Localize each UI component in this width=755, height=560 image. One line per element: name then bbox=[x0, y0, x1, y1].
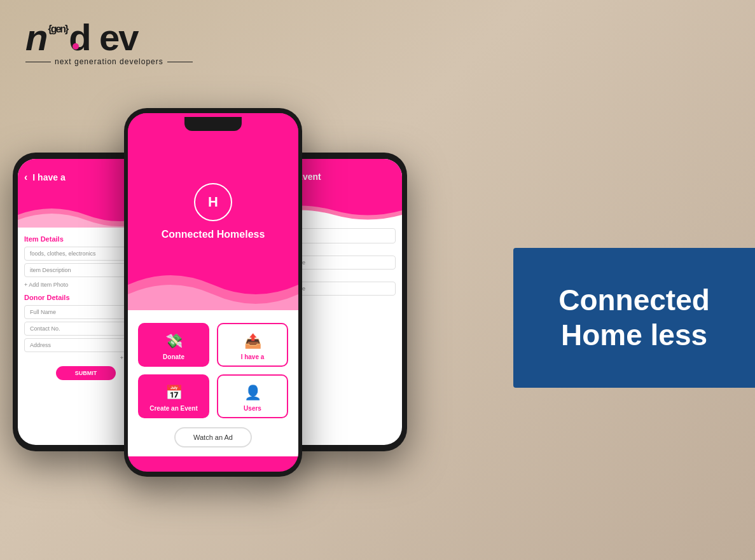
send-icon: 📤 bbox=[244, 333, 261, 350]
logo-gen: {gen} bbox=[48, 24, 67, 34]
center-bottom: 💸 Donate 📤 I have a 📅 Create an Event bbox=[128, 310, 298, 456]
create-event-label: Create an Event bbox=[149, 405, 198, 412]
donate-icon: 💸 bbox=[165, 333, 183, 350]
logo: n {gen} d ev bbox=[25, 19, 137, 56]
menu-item-ihavea[interactable]: 📤 I have a bbox=[217, 323, 288, 367]
app-name-label: Connected Homeless bbox=[162, 229, 265, 240]
logo-area: n {gen} d ev next generation developers bbox=[25, 19, 193, 66]
app-logo-circle: H bbox=[194, 183, 232, 221]
center-top: H Connected Homeless bbox=[128, 113, 298, 310]
phone-center-screen: H Connected Homeless 💸 Donate 📤 bbox=[128, 113, 298, 472]
back-icon[interactable]: ‹ bbox=[24, 172, 27, 183]
logo-n: n bbox=[25, 19, 46, 56]
center-screen-content: H Connected Homeless 💸 Donate 📤 bbox=[128, 113, 298, 472]
phone-center: H Connected Homeless 💸 Donate 📤 bbox=[124, 108, 302, 477]
logo-tagline: next generation developers bbox=[25, 57, 193, 66]
left-header-title: I have a bbox=[32, 172, 65, 182]
calendar-icon: 📅 bbox=[165, 385, 183, 401]
donate-label: Donate bbox=[163, 353, 184, 360]
watch-ad-button[interactable]: Watch an Ad bbox=[174, 427, 252, 447]
phones-area: ‹ I have a Item Details foods, clothes, … bbox=[13, 108, 522, 540]
submit-button[interactable]: SUBMIT bbox=[56, 366, 116, 380]
menu-item-donate[interactable]: 💸 Donate bbox=[138, 323, 209, 367]
logo-dev: d ev bbox=[69, 19, 137, 56]
ihavea-label: I have a bbox=[241, 353, 265, 360]
menu-item-create-event[interactable]: 📅 Create an Event bbox=[138, 374, 209, 418]
phone-notch bbox=[184, 117, 242, 131]
menu-item-users[interactable]: 👤 Users bbox=[217, 374, 288, 418]
blue-box-text: Connected Home less bbox=[558, 283, 710, 353]
users-icon: 👤 bbox=[244, 385, 261, 401]
blue-box: Connected Home less bbox=[513, 248, 755, 388]
center-wave-svg bbox=[128, 259, 298, 310]
app-logo-letter: H bbox=[208, 194, 218, 210]
users-label: Users bbox=[244, 405, 261, 412]
menu-grid: 💸 Donate 📤 I have a 📅 Create an Event bbox=[138, 323, 288, 418]
